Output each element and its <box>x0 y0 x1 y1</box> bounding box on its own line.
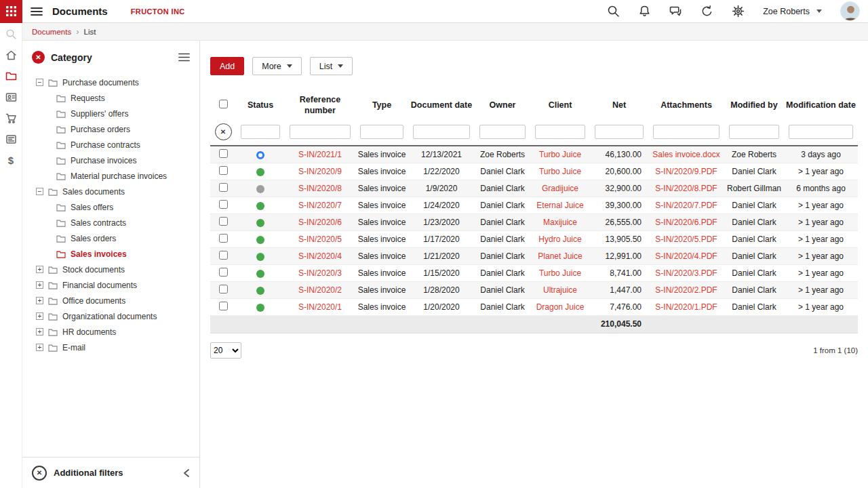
rail-search-icon[interactable] <box>5 28 17 40</box>
company-name[interactable]: FRUCTON INC <box>131 7 185 16</box>
collapse-icon[interactable] <box>36 188 43 195</box>
client-link[interactable]: Turbo Juice <box>539 167 581 176</box>
row-checkbox[interactable] <box>219 200 228 209</box>
refresh-icon[interactable] <box>701 5 713 18</box>
client-link[interactable]: Planet Juice <box>538 251 582 261</box>
notifications-icon[interactable] <box>638 5 651 18</box>
expand-icon[interactable] <box>36 266 43 273</box>
expand-icon[interactable] <box>36 344 43 351</box>
col-header-modified-by[interactable]: Modified by <box>724 90 784 121</box>
menu-icon[interactable] <box>31 7 43 16</box>
table-row[interactable]: S-IN/2020/4 Sales invoice 1/21/2020 Dani… <box>210 247 858 264</box>
rail-home-icon[interactable] <box>5 49 17 61</box>
app-grid-icon[interactable] <box>0 0 22 23</box>
tree-item-suppliers-offers[interactable]: Suppliers' offers <box>22 106 199 121</box>
collapse-icon[interactable] <box>36 79 43 86</box>
tree-item-sales-documents[interactable]: Sales documents <box>22 184 199 199</box>
attachment-link[interactable]: S-IN/2020/2.PDF <box>655 285 717 295</box>
client-link[interactable]: Gradijuice <box>542 184 578 193</box>
row-checkbox[interactable] <box>219 268 228 277</box>
col-header-client[interactable]: Client <box>530 90 590 121</box>
filter-type-input[interactable] <box>360 125 403 139</box>
row-checkbox[interactable] <box>219 183 228 192</box>
client-link[interactable]: Turbo Juice <box>539 150 581 159</box>
row-checkbox[interactable] <box>219 217 228 226</box>
tree-item-sales-invoices[interactable]: Sales invoices <box>22 246 199 262</box>
tree-item-hr-documents[interactable]: HR documents <box>22 324 199 340</box>
table-row[interactable]: S-IN/2021/1 Sales invoice 12/13/2021 Zoe… <box>210 146 858 163</box>
row-checkbox[interactable] <box>219 234 228 243</box>
tree-item-organizational-documents[interactable]: Organizational documents <box>22 308 199 324</box>
reference-link[interactable]: S-IN/2020/2 <box>298 285 342 295</box>
tree-item-sales-offers[interactable]: Sales offers <box>22 199 199 215</box>
filter-status-input[interactable] <box>241 125 280 139</box>
search-icon[interactable] <box>607 5 620 18</box>
col-header-type[interactable]: Type <box>355 90 408 121</box>
list-view-dropdown[interactable]: List <box>310 57 353 75</box>
row-checkbox[interactable] <box>219 166 228 175</box>
col-header-owner[interactable]: Owner <box>475 90 530 121</box>
client-link[interactable]: Ultrajuice <box>543 285 577 295</box>
row-checkbox[interactable] <box>219 302 228 310</box>
messages-icon[interactable] <box>669 5 682 18</box>
category-clear-icon[interactable] <box>32 51 45 64</box>
table-row[interactable]: S-IN/2020/9 Sales invoice 1/22/2020 Dani… <box>210 163 858 180</box>
reference-link[interactable]: S-IN/2020/4 <box>298 251 342 261</box>
reference-link[interactable]: S-IN/2020/5 <box>298 235 342 244</box>
attachment-link[interactable]: S-IN/2020/5.PDF <box>655 235 717 244</box>
user-menu[interactable]: Zoe Roberts <box>763 7 822 16</box>
reference-link[interactable]: S-IN/2020/9 <box>298 167 342 176</box>
attachment-link[interactable]: S-IN/2020/9.PDF <box>655 167 717 176</box>
expand-icon[interactable] <box>36 328 43 336</box>
filter-net-input[interactable] <box>595 125 644 139</box>
breadcrumb-documents[interactable]: Documents <box>32 28 71 36</box>
client-link[interactable]: Maxijuice <box>543 218 577 227</box>
client-link[interactable]: Turbo Juice <box>539 268 581 278</box>
filter-modification-date-input[interactable] <box>789 125 853 139</box>
tree-item-stock-documents[interactable]: Stock documents <box>22 262 199 277</box>
add-button[interactable]: Add <box>210 57 244 75</box>
reference-link[interactable]: S-IN/2020/7 <box>298 201 342 210</box>
tree-item-purchase-orders[interactable]: Purchase orders <box>22 121 199 137</box>
table-row[interactable]: S-IN/2020/8 Sales invoice 1/9/2020 Danie… <box>210 180 858 197</box>
tree-item-purchase-invoices[interactable]: Purchase invoices <box>22 152 199 168</box>
filter-document-date-input[interactable] <box>413 125 470 139</box>
col-header-modification-date[interactable]: Modification date <box>784 90 858 121</box>
reference-link[interactable]: S-IN/2020/6 <box>298 218 342 227</box>
rail-catalog-icon[interactable] <box>5 134 17 145</box>
clear-additional-filters-icon[interactable] <box>32 466 47 481</box>
row-checkbox[interactable] <box>219 285 228 293</box>
filter-owner-input[interactable] <box>479 125 526 139</box>
col-header-attachments[interactable]: Attachments <box>648 90 724 121</box>
additional-filters-bar[interactable]: Additional filters <box>22 457 199 488</box>
table-row[interactable]: S-IN/2020/2 Sales invoice 1/28/2020 Dani… <box>210 281 858 298</box>
row-checkbox[interactable] <box>219 251 228 260</box>
collapse-panel-icon[interactable] <box>183 468 190 478</box>
expand-icon[interactable] <box>36 297 43 304</box>
table-row[interactable]: S-IN/2020/1 Sales invoice 1/20/2020 Dani… <box>210 298 858 315</box>
page-size-select[interactable]: 20 <box>210 342 241 359</box>
table-row[interactable]: S-IN/2020/3 Sales invoice 1/15/2020 Dani… <box>210 264 858 281</box>
rail-documents-icon[interactable] <box>5 70 17 82</box>
tree-item-purchase-contracts[interactable]: Purchase contracts <box>22 137 199 152</box>
client-link[interactable]: Dragon Juice <box>536 302 585 312</box>
tree-item-email[interactable]: E-mail <box>22 340 199 355</box>
select-all-checkbox[interactable] <box>219 100 228 108</box>
attachment-link[interactable]: S-IN/2020/8.PDF <box>655 184 717 193</box>
client-link[interactable]: Eternal Juice <box>536 201 583 210</box>
row-checkbox[interactable] <box>219 149 228 158</box>
attachment-link[interactable]: S-IN/2020/4.PDF <box>655 251 717 261</box>
filter-client-input[interactable] <box>535 125 585 139</box>
rail-contacts-icon[interactable] <box>5 92 17 103</box>
attachment-link[interactable]: S-IN/2020/7.PDF <box>655 201 717 210</box>
attachment-link[interactable]: S-IN/2020/3.PDF <box>655 268 717 278</box>
category-menu-icon[interactable] <box>178 53 190 62</box>
table-row[interactable]: S-IN/2020/5 Sales invoice 1/17/2020 Dani… <box>210 230 858 247</box>
tree-item-material-purchase-invoices[interactable]: Material purchase invoices <box>22 168 199 184</box>
col-header-reference-number[interactable]: Reference number <box>285 90 355 121</box>
reference-link[interactable]: S-IN/2021/1 <box>298 150 342 159</box>
avatar[interactable] <box>840 1 860 21</box>
reference-link[interactable]: S-IN/2020/3 <box>298 268 342 278</box>
attachment-link[interactable]: Sales invoice.docx <box>652 150 719 159</box>
attachment-link[interactable]: S-IN/2020/1.PDF <box>655 302 717 312</box>
